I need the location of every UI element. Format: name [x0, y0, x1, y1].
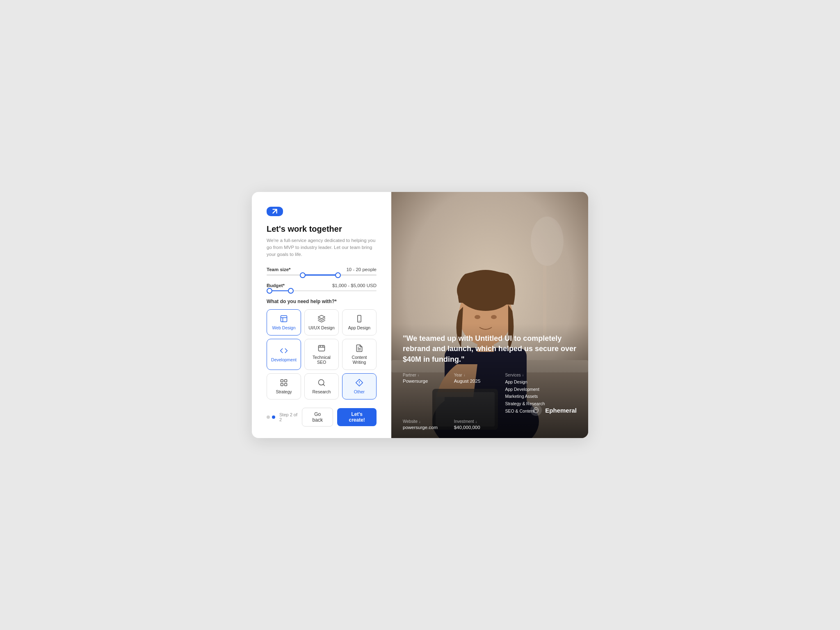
team-size-slider[interactable] — [267, 274, 377, 275]
service-uiux-design[interactable]: UI/UX Design — [304, 309, 339, 336]
service-research-label: Research — [313, 389, 331, 394]
uiux-icon — [317, 315, 326, 323]
development-icon — [280, 347, 288, 355]
svg-rect-0 — [281, 315, 287, 322]
stat-partner-title: Partner ↓ — [403, 373, 454, 377]
stat-website: Website ↓ powersurge.com — [403, 419, 454, 430]
svg-rect-2 — [319, 345, 325, 351]
headline: Let's work together — [267, 224, 377, 234]
service-content-writing[interactable]: Content Writing — [342, 339, 377, 370]
service-uiux-label: UI/UX Design — [308, 325, 335, 330]
bottom-nav: Step 2 of 2 Go back Let's create! — [267, 408, 377, 427]
service-other-label: Other — [354, 389, 365, 394]
help-label: What do you need help with?* — [267, 299, 377, 304]
budget-row: Budget* $1,000 - $5,000 USD — [267, 283, 377, 288]
main-card: Let's work together We're a full-service… — [252, 192, 588, 438]
service-development[interactable]: Development — [267, 339, 301, 370]
lets-create-button[interactable]: Let's create! — [337, 408, 377, 426]
svg-line-10 — [323, 384, 325, 386]
service-app-design[interactable]: App Design — [342, 309, 377, 336]
step-dots — [267, 415, 275, 419]
subtitle: We're a full-service agency dedicated to… — [267, 237, 377, 258]
service-web-design-label: Web Design — [272, 325, 295, 330]
svg-point-12 — [531, 217, 564, 266]
budget-label: Budget* — [267, 283, 285, 288]
step-label: Step 2 of 2 — [279, 412, 298, 422]
stat-year: Year ↓ August 2025 — [454, 373, 505, 415]
service-technical-seo-label: Technical SEO — [308, 355, 335, 365]
brand-logo: Ephemeral — [530, 404, 577, 416]
stat-partner-value: Powersurge — [403, 379, 454, 383]
team-size-thumb-left[interactable] — [300, 272, 306, 278]
service-other[interactable]: Other — [342, 373, 377, 399]
technical-seo-icon — [317, 344, 326, 352]
stat-services-title: Services ↓ — [505, 373, 577, 377]
budget-slider[interactable] — [267, 290, 377, 291]
dot-1 — [267, 415, 270, 419]
svg-rect-6 — [285, 379, 287, 382]
svg-point-21 — [475, 315, 480, 319]
service-research[interactable]: Research — [304, 373, 339, 399]
budget-value: $1,000 - $5,000 USD — [332, 283, 377, 288]
service-strategy[interactable]: Strategy — [267, 373, 301, 399]
services-grid: Web Design UI/UX Design App Design — [267, 309, 377, 399]
stat-partner: Partner ↓ Powersurge — [403, 373, 454, 415]
content-writing-icon — [355, 344, 363, 352]
go-back-button[interactable]: Go back — [302, 408, 333, 427]
team-size-row: Team size* 10 - 20 people — [267, 267, 377, 272]
stat-investment: Investment ↓ $40,000,000 — [454, 419, 505, 430]
left-panel: Let's work together We're a full-service… — [252, 192, 391, 438]
svg-rect-1 — [358, 315, 361, 322]
svg-rect-8 — [281, 383, 283, 386]
overlay-content: "We teamed up with Untitled UI to comple… — [391, 324, 588, 438]
stat-investment-value: $40,000,000 — [454, 425, 505, 430]
app-design-icon — [355, 315, 363, 323]
arrow-up-right-icon — [270, 207, 279, 216]
service-content-writing-label: Content Writing — [346, 355, 373, 365]
stats-row-2: Website ↓ powersurge.com Investment ↓ $4… — [403, 419, 577, 430]
team-size-thumb-right[interactable] — [335, 272, 341, 278]
service-strategy-label: Strategy — [276, 389, 292, 394]
stat-year-value: August 2025 — [454, 379, 505, 383]
svg-rect-7 — [285, 383, 287, 386]
svg-rect-5 — [281, 379, 283, 382]
service-development-label: Development — [271, 357, 297, 362]
stat-website-title: Website ↓ — [403, 419, 454, 424]
right-panel: "We teamed up with Untitled UI to comple… — [391, 192, 588, 438]
svg-point-22 — [491, 315, 497, 319]
service-web-design[interactable]: Web Design — [267, 309, 301, 336]
research-icon — [317, 379, 326, 387]
budget-thumb-left[interactable] — [267, 288, 272, 294]
stat-investment-title: Investment ↓ — [454, 419, 505, 424]
web-design-icon — [280, 315, 288, 323]
stat-website-value: powersurge.com — [403, 425, 454, 430]
stat-year-title: Year ↓ — [454, 373, 505, 377]
quote-text: "We teamed up with Untitled UI to comple… — [403, 333, 577, 365]
logo — [267, 207, 283, 216]
brand-name: Ephemeral — [545, 407, 577, 414]
other-icon — [355, 379, 363, 387]
dot-2 — [272, 415, 275, 419]
service-technical-seo[interactable]: Technical SEO — [304, 339, 339, 370]
team-size-value: 10 - 20 people — [346, 267, 377, 272]
service-app-design-label: App Design — [348, 325, 370, 330]
budget-thumb-right[interactable] — [288, 288, 294, 294]
ephemeral-icon — [530, 404, 542, 416]
team-size-label: Team size* — [267, 267, 291, 272]
strategy-icon — [280, 379, 288, 387]
